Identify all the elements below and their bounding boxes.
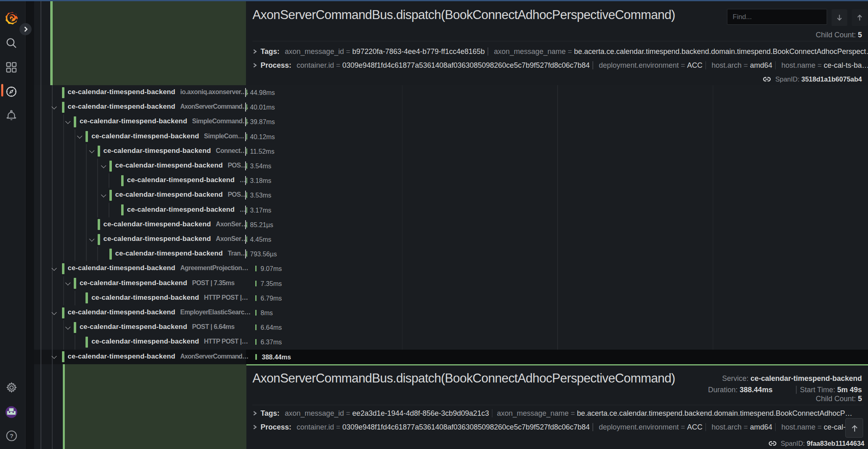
svg-text:?: ? (10, 432, 13, 439)
